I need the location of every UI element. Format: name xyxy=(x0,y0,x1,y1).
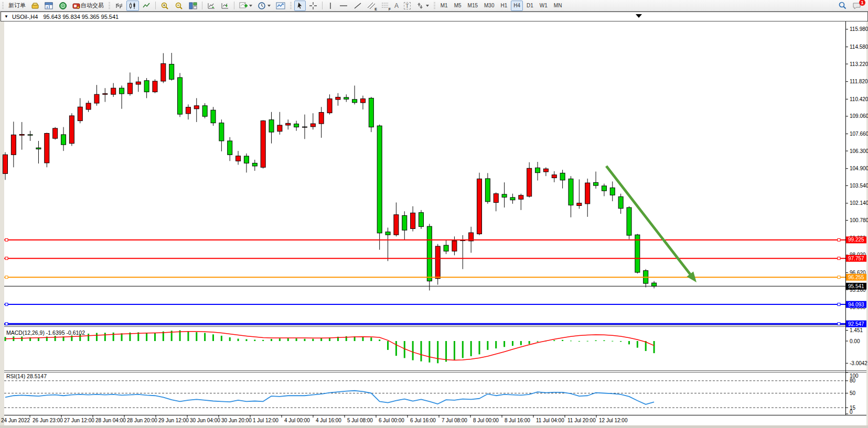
crosshair-icon xyxy=(309,2,317,10)
bar-chart-button[interactable] xyxy=(113,1,125,11)
tile-windows-button[interactable] xyxy=(187,1,199,11)
chart-ohlc-values: 95.643 95.834 95.365 95.541 xyxy=(43,14,119,20)
macd-histogram-bar xyxy=(553,340,555,341)
candle-bullish xyxy=(552,175,556,178)
candle-bullish xyxy=(452,241,457,251)
trendline-tool-button[interactable] xyxy=(351,1,364,11)
line-handle[interactable] xyxy=(5,276,8,279)
candle-bullish xyxy=(19,134,24,135)
candle-bearish xyxy=(28,135,33,135)
charts-window-button[interactable] xyxy=(42,1,56,11)
timeframe-bar: M1M5M15M30H1H4D1W1MN xyxy=(437,1,565,11)
macd-histogram-bar xyxy=(379,339,380,341)
price-level-badge-label: 99.225 xyxy=(848,237,864,243)
candle-bearish xyxy=(228,141,232,155)
chart-dropdown-icon[interactable]: ▼ xyxy=(4,14,8,19)
text-tool-button[interactable]: A xyxy=(392,1,401,11)
zoom-out-icon xyxy=(175,2,184,10)
candle-bearish xyxy=(510,197,515,200)
tab-timeframe-h4[interactable]: H4 xyxy=(511,1,523,11)
add-indicator-icon xyxy=(239,2,248,10)
line-handle[interactable] xyxy=(838,303,840,306)
macd-histogram-bar xyxy=(495,341,497,348)
crosshair-tool-button[interactable] xyxy=(307,1,319,11)
macd-histogram-bar xyxy=(537,341,539,342)
new-order-button[interactable]: 新订单 xyxy=(6,1,28,11)
macd-histogram-bar xyxy=(370,337,372,341)
arrows-tool-button[interactable] xyxy=(414,1,431,11)
candle-bullish xyxy=(186,107,190,114)
zoom-in-button[interactable] xyxy=(158,1,172,11)
period-button[interactable] xyxy=(255,1,273,11)
macd-histogram-bar xyxy=(404,341,405,358)
time-tick-label: 5 Jul 08:00 xyxy=(347,418,373,423)
text-label-tool-button[interactable]: T xyxy=(402,1,413,11)
market-watch-button[interactable] xyxy=(29,1,41,11)
candle-bullish xyxy=(577,203,582,206)
auto-scroll-button[interactable] xyxy=(219,1,231,11)
tab-timeframe-d1[interactable]: D1 xyxy=(524,1,536,11)
candle-bearish xyxy=(635,235,640,272)
cursor-tool-button[interactable] xyxy=(294,1,306,11)
zoom-out-button[interactable] xyxy=(173,1,186,11)
macd-histogram-bar xyxy=(55,336,56,341)
candle-bullish xyxy=(327,99,332,113)
candle-bearish xyxy=(178,78,183,114)
time-tick-label: 26 Jun 23:00 xyxy=(33,418,63,423)
notifications-button[interactable]: 1 xyxy=(850,1,864,11)
candle-bearish xyxy=(244,156,249,163)
line-handle[interactable] xyxy=(5,323,8,325)
candle-bullish xyxy=(261,121,265,168)
macd-histogram-bar xyxy=(154,333,156,341)
candlestick-chart-button[interactable] xyxy=(126,1,139,11)
add-indicator-button[interactable] xyxy=(237,1,254,11)
search-button[interactable] xyxy=(836,1,849,11)
tab-timeframe-m30[interactable]: M30 xyxy=(481,1,497,11)
tab-timeframe-m1[interactable]: M1 xyxy=(438,1,451,11)
price-tick-label: 104.900 xyxy=(850,166,868,171)
line-handle[interactable] xyxy=(5,303,8,306)
macd-histogram-bar xyxy=(470,341,472,356)
line-handle[interactable] xyxy=(838,276,840,279)
macd-histogram-bar xyxy=(387,341,389,350)
chart-canvas[interactable]: 115.980114.580113.220111.820110.420109.0… xyxy=(0,0,868,428)
line-handle[interactable] xyxy=(5,238,8,241)
candle-bullish xyxy=(302,127,307,127)
trendline-icon xyxy=(353,2,362,10)
template-button[interactable] xyxy=(274,1,287,11)
macd-histogram-bar xyxy=(512,341,513,346)
candle-bullish xyxy=(111,88,116,94)
macd-histogram-bar xyxy=(637,341,638,348)
tab-timeframe-mn[interactable]: MN xyxy=(551,1,565,11)
textbox-tool-label: T xyxy=(404,2,411,9)
equidistant-channel-tool-button[interactable]: E xyxy=(365,1,378,11)
line-chart-icon xyxy=(142,2,151,10)
fibonacci-tool-button[interactable]: F xyxy=(379,1,391,11)
line-handle[interactable] xyxy=(838,238,840,241)
line-handle[interactable] xyxy=(5,257,8,260)
candle-bearish xyxy=(369,98,373,127)
macd-histogram-bar xyxy=(121,333,123,341)
signals-button[interactable] xyxy=(57,1,69,11)
horizontal-line-tool-button[interactable] xyxy=(337,1,350,11)
tab-timeframe-w1[interactable]: W1 xyxy=(537,1,550,11)
chart-shift-button[interactable] xyxy=(205,1,218,11)
time-tick-label: 11 Jul 20:00 xyxy=(567,418,596,423)
candle-bullish xyxy=(286,123,291,125)
chart-shift-marker[interactable] xyxy=(636,14,642,18)
macd-histogram-bar xyxy=(428,341,430,363)
rsi-tick-label: 80 xyxy=(850,378,856,383)
tab-timeframe-m15[interactable]: M15 xyxy=(465,1,480,11)
toolbar-grip xyxy=(109,2,110,9)
line-handle[interactable] xyxy=(838,323,840,325)
vertical-line-tool-button[interactable] xyxy=(325,1,336,11)
macd-histogram-bar xyxy=(653,341,655,353)
auto-trading-button[interactable]: 自动交易 xyxy=(70,1,106,11)
tab-timeframe-h1[interactable]: H1 xyxy=(498,1,510,11)
line-handle[interactable] xyxy=(838,257,840,260)
time-tick-label: 6 Jul 00:00 xyxy=(379,418,404,423)
search-icon xyxy=(838,1,847,10)
candle-bearish xyxy=(502,194,507,197)
tab-timeframe-m5[interactable]: M5 xyxy=(452,1,464,11)
line-chart-button[interactable] xyxy=(140,1,153,11)
